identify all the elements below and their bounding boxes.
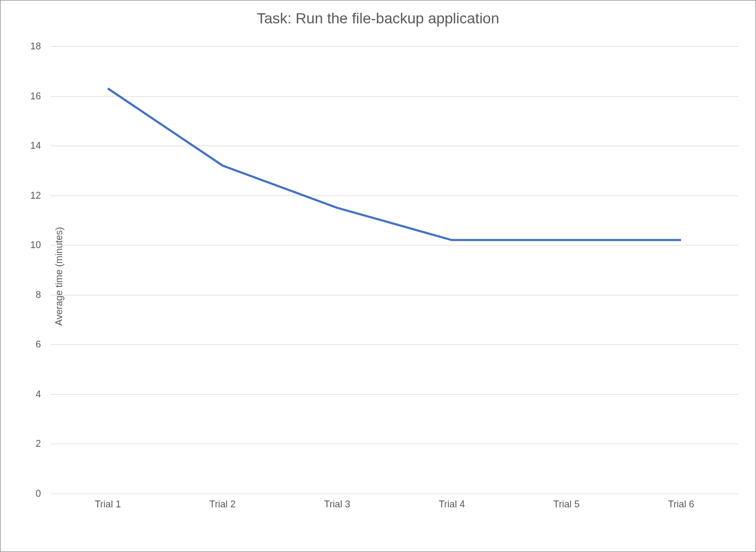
chart-container: Task: Run the file-backup application Av… <box>0 0 756 552</box>
x-tick-label: Trial 3 <box>324 499 350 510</box>
gridline <box>51 494 738 494</box>
x-tick-label: Trial 2 <box>209 499 236 510</box>
y-tick-label: 16 <box>30 90 41 101</box>
x-tick-label: Trial 1 <box>95 499 121 510</box>
y-axis-labels: 024681012141618 <box>1 46 47 494</box>
line-series <box>51 46 738 494</box>
x-tick-label: Trial 4 <box>439 499 465 510</box>
x-tick-label: Trial 5 <box>553 499 579 510</box>
y-tick-label: 0 <box>36 488 41 499</box>
y-tick-label: 18 <box>30 41 41 52</box>
x-tick-label: Trial 6 <box>668 499 694 510</box>
y-tick-label: 6 <box>36 339 41 350</box>
chart-title: Task: Run the file-backup application <box>1 10 755 27</box>
plot-area <box>51 46 738 494</box>
y-tick-label: 12 <box>30 190 41 201</box>
y-tick-label: 8 <box>36 289 41 300</box>
y-tick-label: 10 <box>30 240 41 251</box>
x-axis-labels: Trial 1Trial 2Trial 3Trial 4Trial 5Trial… <box>51 499 738 520</box>
y-tick-label: 4 <box>36 388 41 400</box>
data-line <box>108 89 681 240</box>
y-tick-label: 2 <box>36 438 41 449</box>
y-tick-label: 14 <box>30 140 41 151</box>
